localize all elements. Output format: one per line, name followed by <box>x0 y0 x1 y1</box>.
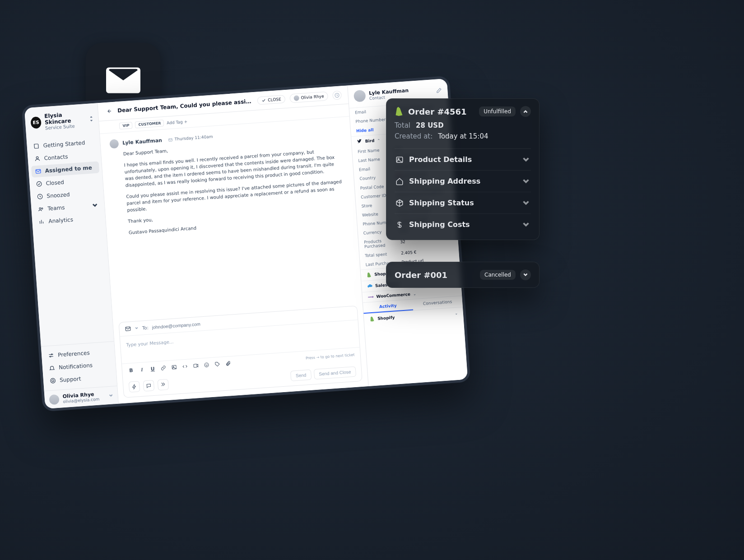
avatar <box>293 95 299 101</box>
section-product-details[interactable]: Product Details <box>395 149 531 171</box>
clock-icon <box>37 193 43 200</box>
activity-label: Shopify <box>377 315 395 321</box>
emoji-button[interactable] <box>203 361 210 368</box>
order-title: Order #4561 <box>408 107 474 116</box>
box-icon <box>395 199 404 207</box>
order-card-secondary: Order #001 Cancelled <box>386 262 539 288</box>
chevron-updown-icon <box>89 116 93 121</box>
chevron-down-icon <box>109 393 114 398</box>
sidebar-item-label: Teams <box>47 204 65 212</box>
shopify-icon <box>366 272 372 278</box>
shopify-icon <box>369 316 375 322</box>
sidebar-item-label: Preferences <box>58 350 90 358</box>
forward-button[interactable] <box>158 379 169 391</box>
paperclip-icon <box>225 361 231 366</box>
arrow-left-icon <box>106 108 112 115</box>
check-circle-icon <box>36 180 42 187</box>
chat-icon <box>146 383 152 389</box>
total-label: Total <box>395 121 410 130</box>
avatar <box>49 394 59 404</box>
svg-point-18 <box>207 364 208 365</box>
close-ticket-button[interactable]: CLOSE <box>257 95 286 105</box>
assignee-pill[interactable]: Olivia Rhye <box>289 92 328 103</box>
tag-icon <box>215 361 221 367</box>
svg-point-8 <box>51 378 56 383</box>
back-button[interactable] <box>105 107 113 116</box>
sidebar-item-label: Contacts <box>44 153 68 162</box>
order-status: Cancelled <box>480 270 516 280</box>
bold-button[interactable]: B <box>128 367 135 374</box>
section-label: Product Details <box>409 155 472 164</box>
italic-button[interactable]: I <box>139 366 145 373</box>
sidebar-item-label: Snoozed <box>46 191 70 199</box>
link-button[interactable] <box>160 365 167 371</box>
add-tag-button[interactable]: Add Tag + <box>167 119 188 125</box>
edit-icon[interactable] <box>436 87 442 94</box>
section-label: Shipping Costs <box>409 220 470 229</box>
tag-customer[interactable]: CUSTOMER <box>135 120 164 128</box>
ticket-main: Dear Support Team, Could you please assi… <box>98 86 368 404</box>
sidebar-footer: Preferences Notifications Support <box>41 341 117 391</box>
send-button[interactable]: Send <box>290 369 312 381</box>
note-button[interactable] <box>143 380 155 392</box>
image-button[interactable] <box>171 364 178 370</box>
underline-button[interactable]: U <box>149 366 156 372</box>
email-timestamp: Thursday 11:40am <box>174 134 213 143</box>
book-icon <box>33 143 40 149</box>
collapse-button[interactable] <box>520 106 531 117</box>
sidebar-item-label: Notifications <box>59 362 93 370</box>
workspace-logo: ES <box>30 116 42 129</box>
tag-vip[interactable]: VIP <box>119 122 133 130</box>
order-status: Unfulfilled <box>479 106 516 116</box>
home-icon <box>395 177 404 185</box>
image-icon <box>395 156 404 164</box>
chevron-down-icon <box>522 221 530 229</box>
life-ring-icon <box>50 377 56 384</box>
svg-point-5 <box>42 208 43 209</box>
chevron-down-icon[interactable] <box>135 326 139 330</box>
link-icon <box>161 365 167 371</box>
bird-icon <box>357 139 363 144</box>
code-icon <box>182 364 188 370</box>
workspace-switcher[interactable]: ES Elysia Skincare Service Suite <box>24 103 100 138</box>
users-icon <box>37 206 44 213</box>
attachment-button[interactable] <box>225 360 232 367</box>
expand-button[interactable] <box>520 269 531 280</box>
email-from-name: Lyle Kauffman <box>122 137 163 147</box>
assignee-name: Olivia Rhye <box>301 94 324 100</box>
sidebar-item-label: Closed <box>46 179 64 187</box>
code-button[interactable] <box>182 363 189 370</box>
avatar <box>110 139 119 148</box>
section-shipping-address[interactable]: Shipping Address <box>395 171 531 192</box>
svg-point-9 <box>52 380 54 382</box>
sidebar-item-label: Assigned to me <box>45 164 92 174</box>
video-button[interactable] <box>193 362 200 369</box>
mail-icon <box>106 67 140 94</box>
clock-icon <box>334 93 340 98</box>
send-close-button[interactable]: Send and Close <box>313 366 356 379</box>
email-body: Lyle Kauffman Thursday 11:40am Dear Supp… <box>100 116 362 317</box>
svg-point-7 <box>50 356 51 357</box>
section-shipping-status[interactable]: Shipping Status <box>395 192 531 214</box>
section-label: WooCommerce <box>376 292 410 299</box>
mail-icon <box>125 325 131 332</box>
order-sections: Product Details Shipping Address Shippin… <box>395 148 531 235</box>
user-icon <box>34 155 41 162</box>
snooze-button[interactable] <box>332 90 342 100</box>
chevron-down-icon <box>522 156 530 164</box>
svg-point-6 <box>51 354 52 355</box>
sidebar-nav: Getting Started Contacts Assigned to me … <box>27 133 106 231</box>
created-value: Today at 15:04 <box>438 132 488 140</box>
section-shipping-costs[interactable]: Shipping Costs <box>395 214 531 235</box>
chevron-down-icon <box>522 199 530 207</box>
woo-icon: ⟿ <box>367 295 374 300</box>
close-label: CLOSE <box>268 97 281 102</box>
svg-rect-15 <box>194 364 197 367</box>
ai-assist-button[interactable] <box>129 381 140 393</box>
tag-format-button[interactable] <box>214 361 221 368</box>
mail-icon <box>168 138 173 143</box>
to-label: To: <box>142 325 149 330</box>
section-label: Shipping Address <box>409 177 480 185</box>
sliders-icon <box>48 352 55 359</box>
arrow-icon <box>160 382 166 388</box>
